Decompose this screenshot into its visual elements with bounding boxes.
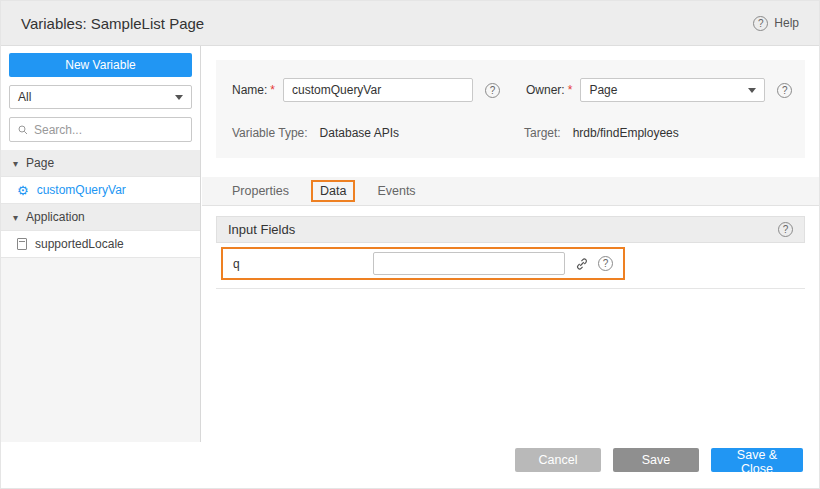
q-value-input[interactable] <box>373 252 565 275</box>
page-title: Variables: SampleList Page <box>21 15 204 32</box>
cancel-button[interactable]: Cancel <box>515 448 601 472</box>
variable-filter-select[interactable]: All <box>9 85 192 109</box>
owner-field-group: Owner: * Page ? <box>526 78 792 102</box>
chevron-down-icon <box>748 88 756 93</box>
annotation-data-tab: Data <box>311 180 355 202</box>
name-label: Name: <box>232 83 267 97</box>
field-name-q: q <box>233 257 373 271</box>
required-asterisk: * <box>270 83 275 97</box>
tabs-bar: Properties Data Events <box>202 177 819 206</box>
input-fields-body: q ? <box>216 243 805 289</box>
main-panel: Name: * ? Owner: * Page ? Variab <box>202 46 819 444</box>
tree-group-label: Application <box>26 210 85 224</box>
triangle-down-icon: ▾ <box>13 158 18 169</box>
sidebar-empty-area <box>1 258 200 444</box>
input-fields-header: Input Fields ? <box>216 216 805 243</box>
variable-gear-icon: ⚙ <box>17 184 29 197</box>
tab-events[interactable]: Events <box>377 184 415 198</box>
help-button[interactable]: ? Help <box>753 16 799 31</box>
input-fields-section: Input Fields ? q ? <box>216 216 805 289</box>
tree-item-customqueryvar[interactable]: ⚙ customQueryVar <box>1 177 200 204</box>
target-label: Target: <box>524 126 561 140</box>
help-label: Help <box>774 16 799 30</box>
locale-variable-icon <box>17 238 27 250</box>
variable-type-label: Variable Type: <box>232 126 308 140</box>
required-asterisk: * <box>568 83 573 97</box>
annotation-input-row: q ? <box>221 247 625 280</box>
tree-group-application[interactable]: ▾ Application <box>1 204 200 231</box>
bind-variable-button[interactable] <box>575 257 589 271</box>
form-row-type-target: Variable Type: Database APIs Target: hrd… <box>216 102 805 140</box>
owner-selected-value: Page <box>589 83 617 97</box>
footer: Cancel Save Save & Close <box>1 442 819 488</box>
tree-group-page[interactable]: ▾ Page <box>1 150 200 177</box>
target-group: Target: hrdb/findEmployees <box>524 126 679 140</box>
q-field-help-icon[interactable]: ? <box>598 256 613 271</box>
triangle-down-icon: ▾ <box>13 212 18 223</box>
tree-group-label: Page <box>26 156 54 170</box>
header: Variables: SampleList Page ? Help <box>1 1 819 46</box>
variables-dialog: Variables: SampleList Page ? Help New Va… <box>0 0 820 489</box>
search-box[interactable] <box>9 117 192 142</box>
owner-help-icon[interactable]: ? <box>777 83 792 98</box>
input-fields-help-icon[interactable]: ? <box>778 222 793 237</box>
filter-selected-value: All <box>18 90 31 104</box>
search-icon <box>17 124 29 136</box>
variable-type-value: Database APIs <box>320 126 399 140</box>
form-row-name-owner: Name: * ? Owner: * Page ? <box>216 60 805 102</box>
variable-form: Name: * ? Owner: * Page ? Variab <box>216 60 805 158</box>
variable-type-group: Variable Type: Database APIs <box>232 126 524 140</box>
help-icon: ? <box>753 16 768 31</box>
variable-name-input[interactable] <box>283 78 473 102</box>
tree-item-label: customQueryVar <box>37 183 126 197</box>
link-icon <box>575 257 589 271</box>
chevron-down-icon <box>175 95 183 100</box>
tree-item-label: supportedLocale <box>35 237 124 251</box>
target-value: hrdb/findEmployees <box>573 126 679 140</box>
variable-tree: ▾ Page ⚙ customQueryVar ▾ Application su… <box>1 150 200 258</box>
save-button[interactable]: Save <box>613 448 699 472</box>
tab-properties[interactable]: Properties <box>232 184 289 198</box>
new-variable-button[interactable]: New Variable <box>9 53 192 77</box>
tree-item-supportedlocale[interactable]: supportedLocale <box>1 231 200 258</box>
tab-data[interactable]: Data <box>320 184 346 198</box>
name-help-icon[interactable]: ? <box>485 83 500 98</box>
owner-select[interactable]: Page <box>580 78 765 102</box>
input-fields-title: Input Fields <box>228 222 295 237</box>
owner-label: Owner: <box>526 83 565 97</box>
name-field-group: Name: * ? <box>232 78 500 102</box>
search-input[interactable] <box>34 123 174 137</box>
save-and-close-button[interactable]: Save & Close <box>711 448 803 472</box>
sidebar: New Variable All ▾ Page ⚙ customQueryVar… <box>1 46 201 444</box>
